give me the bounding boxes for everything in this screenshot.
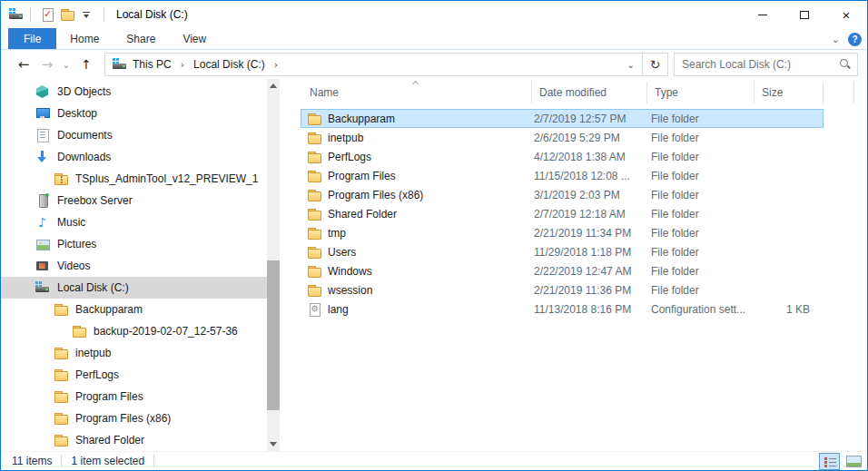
- tab-view[interactable]: View: [169, 28, 220, 49]
- file-name: Windows: [328, 265, 372, 278]
- file-type: File folder: [647, 246, 755, 259]
- recent-locations-icon[interactable]: ⌄: [59, 60, 74, 70]
- file-name: Program Files (x86): [328, 189, 423, 201]
- file-date-modified: 11/15/2018 12:08 ...: [532, 170, 647, 182]
- sidebar-item-inetpub[interactable]: inetpub: [1, 342, 267, 364]
- column-header-size[interactable]: Size: [755, 82, 824, 103]
- sidebar-item-freebox-server[interactable]: Freebox Server: [1, 190, 267, 211]
- address-bar: This PC›Local Disk (C:)› ⌄ ↻: [104, 53, 668, 76]
- file-row-backupparam[interactable]: Backupparam 2/7/2019 12:57 PM File folde…: [301, 109, 824, 128]
- file-rows: Backupparam 2/7/2019 12:57 PM File folde…: [301, 109, 858, 319]
- sidebar-item-backup-2019-02-07-12-57-36[interactable]: backup-2019-02-07_12-57-36: [1, 320, 267, 342]
- sidebar-item-pictures[interactable]: Pictures: [1, 233, 267, 255]
- file-name: Backupparam: [328, 113, 395, 125]
- refresh-button[interactable]: ↻: [643, 53, 668, 76]
- file-date-modified: 3/1/2019 2:03 PM: [532, 189, 647, 201]
- sidebar-item-music[interactable]: Music: [1, 211, 267, 233]
- breadcrumb[interactable]: This PC›Local Disk (C:)› ⌄: [104, 53, 643, 76]
- drive-icon: [35, 280, 50, 295]
- scrollbar-thumb[interactable]: [267, 260, 280, 410]
- qat-separator: [104, 7, 104, 22]
- file-row-program-files-x86[interactable]: Program Files (x86) 3/1/2019 2:03 PM Fil…: [301, 185, 824, 204]
- folder-icon: [72, 324, 86, 339]
- file-row-tmp[interactable]: tmp 2/21/2019 11:34 PM File folder: [301, 223, 824, 242]
- file-name: PerfLogs: [328, 151, 371, 163]
- sidebar-item-desktop[interactable]: Desktop: [1, 103, 267, 124]
- breadcrumb-segment-local-disk-c[interactable]: Local Disk (C:): [190, 58, 269, 71]
- breadcrumb-segment-this-pc[interactable]: This PC: [129, 58, 175, 71]
- qat-dropdown-icon: [80, 7, 94, 22]
- window-controls: ×: [742, 1, 867, 28]
- sidebar-item-videos[interactable]: Videos: [1, 255, 267, 277]
- help-button[interactable]: ?: [848, 33, 862, 46]
- scroll-up-icon: [270, 83, 277, 88]
- large-icons-view-button[interactable]: [843, 453, 864, 470]
- large-icons-view-icon: [846, 456, 862, 467]
- back-button[interactable]: ←: [12, 56, 35, 73]
- desktop-icon: [35, 106, 50, 121]
- ribbon-tabs: FileHomeShareView ⌄ ?: [1, 28, 867, 50]
- file-date-modified: 2/22/2019 12:47 AM: [532, 265, 647, 278]
- sidebar-item-program-files-x86[interactable]: Program Files (x86): [1, 407, 267, 429]
- file-type: File folder: [647, 189, 755, 201]
- address-drive-icon: [113, 57, 127, 72]
- sidebar-item-program-files[interactable]: Program Files: [1, 386, 267, 407]
- videos-icon: [35, 259, 50, 273]
- breadcrumb-items: This PC›Local Disk (C:)›: [129, 58, 283, 71]
- collapse-ribbon-icon[interactable]: ⌄: [832, 34, 840, 44]
- sidebar-item-local-disk-c[interactable]: Local Disk (C:): [1, 277, 267, 299]
- folder-icon: [307, 112, 321, 126]
- file-type: File folder: [647, 170, 755, 182]
- breadcrumb-chevron-icon[interactable]: ›: [269, 59, 283, 71]
- sidebar-item-shared-folder[interactable]: Shared Folder: [1, 429, 267, 451]
- file-row-perflogs[interactable]: PerfLogs 4/12/2018 1:38 AM File folder: [301, 147, 824, 166]
- doc-icon: [35, 128, 50, 142]
- close-button[interactable]: ×: [825, 1, 867, 28]
- file-row-wsession[interactable]: wsession 2/21/2019 11:36 PM File folder: [301, 280, 824, 299]
- file-row-windows[interactable]: Windows 2/22/2019 12:47 AM File folder: [301, 261, 824, 280]
- tab-file[interactable]: File: [8, 28, 56, 49]
- breadcrumb-chevron-icon[interactable]: ›: [175, 59, 190, 71]
- forward-button[interactable]: →: [35, 56, 59, 73]
- pictures-icon: [35, 237, 50, 251]
- downloads-icon: [35, 150, 50, 164]
- file-row-lang[interactable]: lang 11/13/2018 8:16 PM Configuration se…: [301, 299, 824, 319]
- file-type: File folder: [647, 113, 755, 125]
- customize-qat-button[interactable]: [77, 5, 97, 25]
- search-input[interactable]: [682, 58, 839, 71]
- file-name: tmp: [328, 227, 346, 240]
- maximize-button[interactable]: [784, 1, 825, 28]
- file-row-program-files[interactable]: Program Files 11/15/2018 12:08 ... File …: [301, 166, 824, 185]
- column-header-date-modified[interactable]: Date modified: [532, 82, 647, 103]
- view-toggles: [819, 453, 864, 470]
- status-separator: [61, 455, 62, 467]
- minimize-button[interactable]: [742, 1, 784, 28]
- details-view-button[interactable]: [819, 453, 840, 470]
- content-area: 3D Objects Desktop Documents Downloads T…: [1, 79, 867, 451]
- file-row-users[interactable]: Users 11/29/2018 1:18 PM File folder: [301, 242, 824, 261]
- file-row-inetpub[interactable]: inetpub 2/6/2019 5:29 PM File folder: [301, 128, 824, 147]
- sidebar-item-backupparam[interactable]: Backupparam: [1, 299, 267, 320]
- up-button[interactable]: ↑: [74, 57, 99, 72]
- scroll-down-button[interactable]: [267, 437, 280, 451]
- new-folder-button[interactable]: [57, 5, 77, 25]
- tab-share[interactable]: Share: [113, 28, 169, 49]
- file-name: inetpub: [328, 132, 363, 144]
- sidebar-item-tsplus-admintool-v12-preview-1[interactable]: TSplus_AdminTool_v12_PREVIEW_1: [1, 168, 267, 190]
- sidebar-scrollbar[interactable]: [267, 79, 280, 451]
- tab-home[interactable]: Home: [56, 28, 113, 49]
- sidebar-item-documents[interactable]: Documents: [1, 124, 267, 146]
- column-header-type[interactable]: Type: [647, 82, 755, 103]
- properties-button[interactable]: [37, 5, 57, 25]
- sidebar-item-3d-objects[interactable]: 3D Objects: [1, 81, 267, 103]
- folder-icon: [307, 188, 321, 202]
- status-separator: [153, 455, 154, 467]
- sidebar-item-perflogs[interactable]: PerfLogs: [1, 364, 267, 386]
- search-icon[interactable]: [839, 58, 852, 71]
- address-dropdown-icon[interactable]: ⌄: [620, 60, 642, 70]
- file-row-shared-folder[interactable]: Shared Folder 2/7/2019 12:18 AM File fol…: [301, 204, 824, 223]
- scroll-up-button[interactable]: [267, 79, 280, 93]
- file-date-modified: 11/13/2018 8:16 PM: [532, 303, 647, 316]
- sidebar-item-downloads[interactable]: Downloads: [1, 146, 267, 168]
- folder-icon: [307, 264, 321, 279]
